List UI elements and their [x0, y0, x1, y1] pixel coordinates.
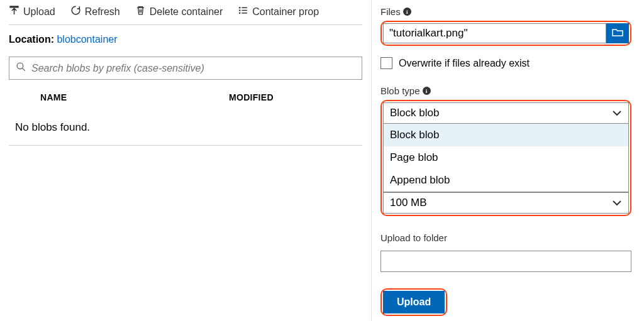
blob-type-label: Blob type [380, 85, 631, 96]
location-link[interactable]: blobcontainer [57, 34, 117, 45]
upload-toolbar-label: Upload [23, 6, 55, 18]
table-header: NAME MODIFIED [9, 92, 362, 110]
svg-point-2 [239, 12, 241, 14]
search-icon [16, 62, 26, 75]
properties-toolbar-button[interactable]: Container prop [238, 5, 319, 18]
refresh-toolbar-button[interactable]: Refresh [70, 5, 120, 18]
svg-point-3 [17, 63, 23, 69]
delete-toolbar-button[interactable]: Delete container [135, 5, 223, 18]
search-box[interactable] [9, 57, 362, 80]
overwrite-checkbox-row[interactable]: Overwrite if files already exist [380, 57, 631, 69]
folder-icon [612, 28, 623, 39]
breadcrumb: Location: blobcontainer [9, 34, 362, 45]
delete-toolbar-label: Delete container [150, 6, 223, 18]
chevron-down-icon [612, 107, 622, 119]
upload-button[interactable]: Upload [383, 291, 445, 313]
blob-type-select[interactable]: Block blob [383, 102, 629, 124]
trash-icon [135, 5, 146, 18]
block-size-selected: 100 MB [390, 197, 427, 209]
overwrite-checkbox[interactable] [380, 57, 392, 69]
block-size-select[interactable]: 100 MB [383, 192, 629, 214]
folder-input[interactable] [380, 251, 631, 272]
main-content: Upload Refresh Delete container Containe… [0, 0, 371, 321]
list-icon [238, 5, 248, 18]
svg-point-1 [239, 9, 241, 11]
toolbar: Upload Refresh Delete container Containe… [9, 5, 362, 25]
upload-toolbar-button[interactable]: Upload [9, 5, 55, 18]
column-modified[interactable]: MODIFIED [229, 92, 355, 102]
upload-panel: Files "tutorialkart.png" Overwrite if fi… [371, 0, 644, 321]
dropdown-option-block[interactable]: Block blob [384, 124, 628, 146]
blob-type-selected: Block blob [390, 107, 439, 119]
column-name[interactable]: NAME [40, 92, 229, 102]
svg-point-0 [239, 7, 241, 9]
overwrite-label: Overwrite if files already exist [399, 58, 530, 69]
properties-toolbar-label: Container prop [252, 6, 319, 18]
upload-highlight: Upload [380, 288, 447, 316]
files-input[interactable]: "tutorialkart.png" [383, 23, 606, 43]
files-highlight: "tutorialkart.png" [380, 21, 631, 46]
info-icon[interactable] [423, 87, 431, 95]
refresh-toolbar-label: Refresh [85, 6, 120, 18]
refresh-icon [70, 5, 81, 18]
browse-button[interactable] [606, 23, 629, 43]
dropdown-option-append[interactable]: Append blob [384, 169, 628, 192]
upload-icon [9, 5, 19, 18]
dropdown-option-page[interactable]: Page blob [384, 146, 628, 169]
search-input[interactable] [31, 63, 355, 74]
blob-type-highlight: Block blob Block blob Page blob Append b… [380, 100, 631, 216]
files-label: Files [380, 6, 631, 17]
blob-type-dropdown: Block blob Page blob Append blob [383, 124, 629, 192]
chevron-down-icon [612, 197, 622, 209]
folder-label: Upload to folder [380, 232, 631, 243]
location-label: Location: [9, 34, 54, 45]
info-icon[interactable] [403, 8, 411, 16]
empty-state: No blobs found. [9, 110, 362, 146]
